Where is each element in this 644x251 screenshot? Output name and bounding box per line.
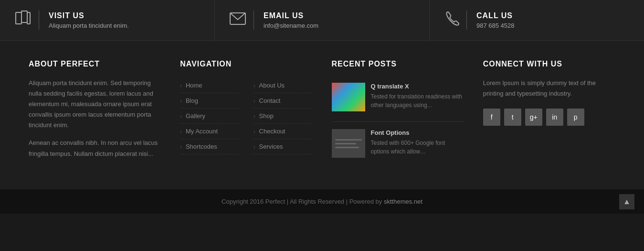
nav-contact[interactable]: › Contact — [253, 93, 313, 109]
connect-title: CONNECT WITH US — [483, 60, 615, 68]
google-plus-icon[interactable]: g+ — [525, 109, 542, 126]
scroll-top-button[interactable]: ▲ — [619, 194, 634, 209]
nav-arrow-shop: › — [253, 113, 255, 119]
about-para2: Aenean ac convallis nibh. In non arcu ve… — [29, 138, 161, 159]
nav-arrow-about: › — [253, 83, 255, 88]
nav-about-us[interactable]: › About Us — [253, 78, 313, 93]
nav-col-1: › Home › Blog › Gallery › My Account › — [180, 78, 239, 154]
copyright-text: Copyright 2016 Perfect | All Rights Rese… — [222, 198, 384, 205]
nav-arrow-gallery: › — [180, 113, 182, 119]
thumb-line-2 — [335, 143, 357, 144]
nav-blog-label: Blog — [186, 97, 198, 104]
svg-rect-2 — [27, 12, 30, 24]
post-excerpt-1: Tested for translation readiness with ot… — [371, 92, 464, 109]
visit-divider — [39, 11, 39, 30]
linkedin-icon[interactable]: in — [546, 109, 563, 126]
copyright-bar: Copyright 2016 Perfect | All Rights Rese… — [0, 189, 644, 214]
email-us-item: EMAIL US info@sitename.com — [215, 0, 430, 40]
nav-services[interactable]: › Services — [253, 139, 313, 154]
nav-col-2: › About Us › Contact › Shop › Checkout › — [253, 78, 313, 154]
visit-us-item: VISIT US Aliquam porta tincidunt enim. — [0, 0, 215, 40]
navigation-title: NAVIGATION — [180, 60, 312, 68]
connect-description: Lorem Ipsum is simply dummy text of the … — [483, 78, 615, 99]
nav-checkout[interactable]: › Checkout — [253, 124, 313, 139]
call-divider — [466, 11, 467, 30]
post-excerpt-2: Tested with 600+ Google font options whi… — [371, 139, 464, 156]
nav-shortcodes-label: Shortcodes — [186, 143, 217, 150]
post-thumb-lines — [335, 139, 362, 148]
nav-arrow-myaccount: › — [180, 129, 182, 134]
visit-us-detail: Aliquam porta tincidunt enim. — [49, 22, 129, 29]
visit-us-title: VISIT US — [49, 11, 129, 20]
nav-arrow-blog: › — [180, 98, 182, 104]
nav-arrow-home: › — [180, 83, 182, 88]
twitter-icon[interactable]: t — [504, 109, 521, 126]
nav-gallery[interactable]: › Gallery — [180, 109, 239, 124]
map-icon — [14, 10, 32, 31]
email-us-text: EMAIL US info@sitename.com — [264, 11, 318, 29]
post-thumb-2 — [332, 129, 365, 158]
email-divider — [253, 11, 254, 30]
visit-us-text: VISIT US Aliquam porta tincidunt enim. — [49, 11, 129, 29]
about-col: ABOUT PERFECT Aliquam porta tincidunt en… — [29, 60, 161, 170]
nav-arrow-contact: › — [253, 98, 255, 104]
nav-shop[interactable]: › Shop — [253, 109, 313, 124]
post-title-1[interactable]: Q translate X — [371, 83, 464, 90]
post-info-1: Q translate X Tested for translation rea… — [371, 83, 464, 117]
nav-about-us-label: About Us — [259, 82, 285, 89]
call-us-item: CALL US 987 685 4528 — [430, 0, 644, 40]
svg-rect-0 — [16, 12, 21, 24]
nav-shortcodes[interactable]: › Shortcodes — [180, 139, 239, 154]
nav-shop-label: Shop — [259, 112, 274, 120]
recent-post-1: Q translate X Tested for translation rea… — [332, 78, 464, 122]
nav-my-account[interactable]: › My Account — [180, 124, 239, 139]
nav-gallery-label: Gallery — [186, 112, 205, 120]
svg-rect-1 — [21, 11, 27, 22]
thumb-line-1 — [335, 139, 362, 141]
nav-cols: › Home › Blog › Gallery › My Account › — [180, 78, 312, 154]
email-icon — [229, 11, 246, 29]
nav-home[interactable]: › Home — [180, 78, 239, 93]
post-info-2: Font Options Tested with 600+ Google fon… — [371, 129, 464, 163]
phone-icon — [444, 11, 459, 30]
nav-home-label: Home — [186, 82, 202, 89]
about-para1: Aliquam porta tincidunt enim. Sed tempor… — [29, 78, 161, 131]
post-thumb-1 — [332, 83, 365, 111]
connect-col: CONNECT WITH US Lorem Ipsum is simply du… — [483, 60, 615, 170]
nav-blog[interactable]: › Blog — [180, 93, 239, 109]
nav-arrow-checkout: › — [253, 129, 255, 134]
call-us-detail: 987 685 4528 — [476, 22, 515, 29]
social-icons: f t g+ in p — [483, 109, 615, 126]
copyright-link[interactable]: sktthemes.net — [384, 198, 422, 205]
email-us-title: EMAIL US — [264, 11, 318, 20]
footer-main: ABOUT PERFECT Aliquam porta tincidunt en… — [0, 41, 644, 189]
recent-posts-col: RECENT POSTS Q translate X Tested for tr… — [332, 60, 464, 170]
navigation-col: NAVIGATION › Home › Blog › Gallery › My … — [180, 60, 312, 170]
email-us-detail: info@sitename.com — [264, 22, 318, 29]
thumb-line-3 — [335, 147, 359, 148]
recent-post-2: Font Options Tested with 600+ Google fon… — [332, 124, 464, 168]
nav-contact-label: Contact — [259, 97, 281, 104]
nav-arrow-services: › — [253, 144, 255, 150]
nav-arrow-shortcodes: › — [180, 144, 182, 150]
call-us-text: CALL US 987 685 4528 — [476, 11, 515, 29]
facebook-icon[interactable]: f — [483, 109, 500, 126]
nav-my-account-label: My Account — [186, 128, 218, 135]
recent-posts-title: RECENT POSTS — [332, 60, 464, 68]
top-bar: VISIT US Aliquam porta tincidunt enim. E… — [0, 0, 644, 41]
call-us-title: CALL US — [476, 11, 515, 20]
nav-checkout-label: Checkout — [259, 128, 285, 135]
about-title: ABOUT PERFECT — [29, 60, 161, 68]
pinterest-icon[interactable]: p — [567, 109, 584, 126]
nav-services-label: Services — [259, 143, 283, 150]
post-title-2[interactable]: Font Options — [371, 129, 464, 136]
